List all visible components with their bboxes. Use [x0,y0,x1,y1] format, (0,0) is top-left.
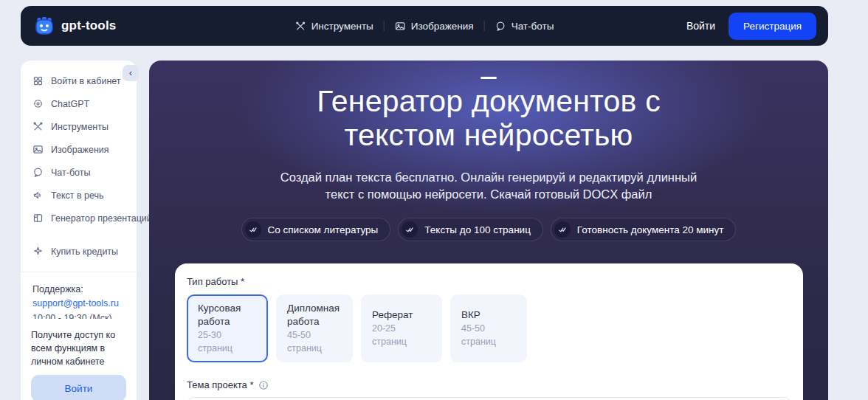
sidebar-promo-card: Получите доступ ко всем функциям в лично… [21,319,137,400]
generator-form-card: Тип работы * Курсовая работа 25-30 стран… [175,263,803,400]
sidebar-item-tools[interactable]: Инструменты [21,115,137,138]
sidebar-item-label: Текст в речь [51,190,104,201]
sidebar-item-label: Генератор презентаций [51,213,152,224]
hero-panel: Генератор документов с текстом нейросеть… [149,61,828,400]
sidebar-item-label: Купить кредиты [51,246,118,257]
topic-label: Тема проекта * [187,379,791,390]
sidebar-item-presentations[interactable]: Генератор презентаций [21,207,137,230]
promo-login-button[interactable]: Войти [31,375,126,400]
work-type-pages: 25-30 страниц [198,329,257,355]
sidebar-item-tts[interactable]: Текст в речь [21,184,137,207]
nav-item-images[interactable]: Изображения [395,21,474,32]
sidebar-item-buy-credits[interactable]: Купить кредиты [21,240,137,263]
header-nav: Инструменты Изображения Чат-боты [295,21,554,32]
sidebar-item-label: ChatGPT [51,99,89,109]
sidebar-item-chatbots[interactable]: Чат-боты [21,161,137,184]
nav-item-label: Инструменты [311,21,373,32]
double-check-icon [402,221,418,238]
topic-input[interactable] [187,397,791,400]
nav-divider [484,21,485,31]
badge-speed: Готовность документа 20 минут [551,218,737,241]
nav-item-tools[interactable]: Инструменты [295,21,373,32]
nav-divider [384,21,385,31]
signup-button[interactable]: Регистрация [728,13,816,40]
double-check-icon [554,221,571,238]
logo[interactable]: gpt-tools [34,15,117,36]
work-type-option-diplomnaya[interactable]: Дипломная работа 45-50 страниц [276,294,353,362]
logo-text: gpt-tools [61,18,117,33]
image-icon [395,21,406,32]
support-email-link[interactable]: support@gpt-tools.ru [32,297,125,311]
promo-text: Получите доступ ко всем функциям в лично… [31,328,126,368]
work-type-label: Тип работы * [187,276,791,287]
page-title: Генератор документов с текстом нейросеть… [267,85,710,153]
badge-label: Готовность документа 20 минут [577,224,724,235]
work-type-options: Курсовая работа 25-30 страниц Дипломная … [187,294,791,362]
hero-dash-decoration [480,77,497,79]
badge-literature: Со списком литературы [241,218,391,241]
sidebar-item-cabinet[interactable]: Войти в кабинет [21,69,137,92]
work-type-option-vkr[interactable]: ВКР 45-50 страниц [450,294,527,362]
badge-label: Со списком литературы [268,224,379,235]
nav-item-label: Чат-боты [512,21,554,32]
work-type-label-text: Тип работы * [187,276,244,287]
sidebar-item-label: Изображения [51,145,109,155]
sidebar-item-label: Инструменты [51,122,108,132]
top-header: gpt-tools Инструменты Изображения Чат-бо… [21,6,828,46]
sidebar-divider [21,272,137,272]
login-link[interactable]: Войти [686,20,715,32]
dashboard-icon [32,75,44,86]
sidebar-collapse-button[interactable]: ‹ [123,65,139,81]
work-type-title: Курсовая работа [198,302,257,328]
page-subtitle: Создай план текста бесплатно. Онлайн ген… [277,169,701,203]
image-icon [32,144,44,155]
tools-icon [32,121,44,132]
sidebar-item-label: Войти в кабинет [51,76,121,86]
robot-logo-icon [34,15,55,36]
info-icon[interactable] [258,380,269,390]
work-type-title: Реферат [372,308,431,322]
work-type-pages: 20-25 страниц [372,323,431,348]
work-type-pages: 45-50 страниц [461,323,516,348]
sidebar-item-images[interactable]: Изображения [21,138,137,161]
tools-icon [295,21,306,32]
nav-item-chatbots[interactable]: Чат-боты [495,21,554,32]
work-type-option-referat[interactable]: Реферат 20-25 страниц [361,294,442,362]
badge-label: Тексты до 100 страниц [424,224,531,235]
sidebar-item-label: Чат-боты [51,168,90,178]
chatgpt-icon [32,98,44,109]
header-actions: Войти Регистрация [686,13,816,40]
work-type-title: ВКР [461,308,516,322]
nav-item-label: Изображения [411,21,474,32]
sidebar-item-chatgpt[interactable]: ChatGPT [21,92,137,115]
feature-badges: Со списком литературы Тексты до 100 стра… [149,218,828,241]
presentation-icon [32,213,44,224]
speaker-icon [32,190,44,201]
chat-icon [495,21,506,32]
work-type-title: Дипломная работа [287,302,342,328]
topic-label-text: Тема проекта * [187,379,254,390]
double-check-icon [245,221,261,238]
support-title: Поддержка: [32,284,83,294]
chat-icon [32,167,44,178]
spark-icon [32,246,44,257]
badge-pages: Тексты до 100 страниц [398,218,543,241]
sidebar: Войти в кабинет ChatGPT Инструменты Изоб… [21,61,137,339]
work-type-option-kursovaya[interactable]: Курсовая работа 25-30 страниц [187,294,268,362]
work-type-pages: 45-50 страниц [287,329,342,355]
